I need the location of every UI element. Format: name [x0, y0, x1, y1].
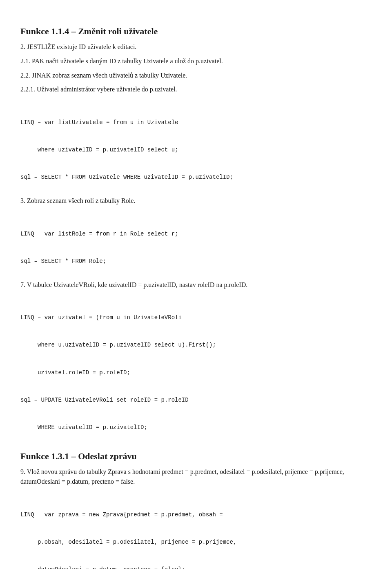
code-block-3: LINQ – var uzivatel = (from u in Uzivate… — [20, 295, 372, 441]
para-1-4: 2.2.1. Uživatel administrátor vybere uži… — [20, 84, 372, 95]
para-1-2: 2.1. PAK načti uživatele s daným ID z ta… — [20, 56, 372, 67]
code-line: LINQ – var listRole = from r in Role sel… — [20, 229, 372, 238]
code-line: LINQ – var listUzivatele = from u in Uzi… — [20, 118, 372, 127]
code-line: where u.uzivatelID = p.uzivatelID select… — [20, 340, 372, 349]
code-line: WHERE uzivatelID = p.uzivatelID; — [20, 423, 372, 432]
code-line: LINQ – var uzivatel = (from u in Uzivate… — [20, 313, 372, 322]
code-block-2: LINQ – var listRole = from r in Role sel… — [20, 211, 372, 275]
code-line: LINQ – var zprava = new Zprava{predmet =… — [20, 510, 372, 519]
para-1-6: 7. V tabulce UzivateleVRoli, kde uzivate… — [20, 280, 372, 290]
code-line: where uzivatelID = p.uzivatelID select u… — [20, 145, 372, 154]
code-line: sql – UPDATE UzivateleVRoli set roleID =… — [20, 396, 372, 405]
code-line: sql – SELECT * FROM Uzivatele WHERE uziv… — [20, 173, 372, 182]
section-2-heading: Funkce 1.3.1 – Odeslat zprávu — [20, 449, 372, 463]
code-line: datumOdeslani = p.datum, precteno = fals… — [20, 565, 372, 569]
section-1-heading: Funkce 1.1.4 – Změnit roli uživatele — [20, 24, 372, 38]
para-1-3: 2.2. JINAK zobraz seznam všech uživatelů… — [20, 71, 372, 81]
para-2-1: 9. Vlož novou zprávu do tabulky Zprava s… — [20, 467, 372, 487]
code-block-1: LINQ – var listUzivatele = from u in Uzi… — [20, 100, 372, 191]
code-line: p.obsah, odesilatel = p.odesilatel, prij… — [20, 538, 372, 547]
para-1-5: 3. Zobraz seznam všech rolí z tabulky Ro… — [20, 196, 372, 206]
code-line: sql – SELECT * FROM Role; — [20, 257, 372, 266]
code-block-4: LINQ – var zprava = new Zprava{predmet =… — [20, 492, 372, 569]
code-line: uzivatel.roleID = p.roleID; — [20, 368, 372, 377]
para-1-1: 2. JESTLIŽE existuje ID uživatele k edit… — [20, 42, 372, 52]
